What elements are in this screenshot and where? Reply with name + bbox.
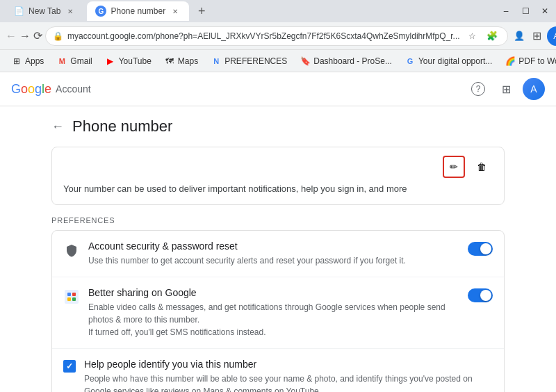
new-tab-close[interactable]: ✕ bbox=[65, 6, 76, 17]
bookmark-gmail[interactable]: M Gmail bbox=[51, 53, 97, 70]
better-sharing-toggle-control[interactable] bbox=[468, 288, 493, 302]
profile-initial: A bbox=[553, 31, 556, 41]
account-security-content: Account security & password reset Use th… bbox=[88, 240, 459, 267]
apps-bookmark-icon: ⊞ bbox=[11, 56, 22, 67]
google-letter-g2: g bbox=[35, 82, 42, 96]
edit-phone-button[interactable]: ✏ bbox=[443, 156, 465, 178]
phone-tab-favicon: G bbox=[95, 6, 106, 17]
account-security-toggle-control[interactable] bbox=[468, 242, 493, 256]
title-bar: 📄 New Tab ✕ G Phone number ✕ + – ☐ ✕ bbox=[0, 0, 556, 22]
bookmark-star-icon[interactable]: ☆ bbox=[464, 28, 481, 44]
preferences-list: Account security & password reset Use th… bbox=[51, 230, 505, 393]
forward-button[interactable]: → bbox=[19, 26, 31, 46]
new-tab-label: New Tab bbox=[28, 6, 60, 16]
page-title-row: ← Phone number bbox=[51, 117, 505, 136]
nav-right: 👤 ⊞ A ⋮ bbox=[511, 26, 556, 46]
maps-icon: 🗺 bbox=[164, 56, 175, 67]
news-icon: N bbox=[211, 56, 222, 67]
svg-rect-2 bbox=[67, 297, 71, 301]
toggle-thumb bbox=[480, 243, 491, 254]
svg-rect-3 bbox=[72, 297, 76, 301]
apps-grid-button[interactable]: ⊞ bbox=[495, 78, 517, 100]
bookmark-news-label: PREFERENCES bbox=[224, 56, 287, 66]
google-account-header: Google Account ? ⊞ A bbox=[0, 72, 556, 106]
gmail-icon: M bbox=[56, 56, 67, 67]
toggle-thumb-sharing bbox=[480, 290, 491, 301]
account-security-desc: Use this number to get account security … bbox=[88, 254, 459, 267]
shield-svg bbox=[65, 243, 79, 257]
google-letter-e: e bbox=[44, 82, 51, 96]
bookmark-news[interactable]: N PREFERENCES bbox=[205, 53, 293, 70]
address-text: myaccount.google.com/phone?ph=AElUL_JRXk… bbox=[67, 31, 460, 41]
youtube-icon: ▶ bbox=[105, 56, 116, 67]
account-icon[interactable]: 👤 bbox=[511, 28, 528, 44]
new-tab-tab[interactable]: 📄 New Tab ✕ bbox=[6, 1, 84, 21]
help-icon: ? bbox=[471, 82, 485, 96]
phone-tab-close[interactable]: ✕ bbox=[170, 6, 181, 17]
google-wordmark: Google bbox=[11, 82, 51, 97]
tabs-container: 📄 New Tab ✕ G Phone number ✕ + bbox=[6, 1, 211, 21]
user-avatar[interactable]: A bbox=[523, 78, 545, 100]
bookmark-pdf[interactable]: 🌈 PDF to Word Conve... bbox=[499, 53, 556, 70]
bookmark-digital[interactable]: G Your digital opport... bbox=[399, 53, 498, 70]
better-sharing-title: Better sharing on Google bbox=[88, 287, 459, 298]
new-tab-button[interactable]: + bbox=[192, 1, 211, 21]
help-identify-checkbox[interactable]: ✓ bbox=[63, 360, 76, 373]
bookmark-digital-label: Your digital opport... bbox=[418, 56, 492, 66]
help-button[interactable]: ? bbox=[467, 78, 489, 100]
new-tab-icon: 📄 bbox=[14, 6, 24, 16]
delete-phone-button[interactable]: 🗑 bbox=[471, 156, 493, 178]
better-sharing-toggle[interactable] bbox=[468, 288, 493, 302]
account-security-title: Account security & password reset bbox=[88, 240, 459, 252]
digital-icon: G bbox=[404, 56, 416, 67]
google-letter-o1: o bbox=[21, 82, 28, 96]
checkmark-icon: ✓ bbox=[66, 361, 73, 371]
main-content: ← Phone number ✏ 🗑 Your number can be us… bbox=[35, 106, 521, 392]
sharing-svg bbox=[67, 292, 76, 302]
bookmark-youtube-label: YouTube bbox=[119, 56, 152, 66]
reload-button[interactable]: ⟳ bbox=[33, 26, 42, 46]
extensions-btn[interactable]: ⊞ bbox=[529, 28, 546, 44]
header-icons: ? ⊞ A bbox=[467, 78, 545, 100]
google-letter-g: G bbox=[11, 82, 21, 96]
bookmark-apps[interactable]: ⊞ Apps bbox=[6, 53, 49, 70]
back-arrow-icon: ← bbox=[51, 120, 64, 134]
phone-tab-label: Phone number bbox=[111, 6, 165, 16]
close-button[interactable]: ✕ bbox=[539, 6, 550, 17]
bookmark-youtube[interactable]: ▶ YouTube bbox=[99, 53, 157, 70]
help-identify-content: Help people identify you via this number… bbox=[84, 359, 493, 393]
minimize-button[interactable]: – bbox=[500, 6, 512, 17]
profile-avatar[interactable]: A bbox=[547, 26, 556, 46]
pref-better-sharing: Better sharing on Google Enable video ca… bbox=[52, 277, 504, 349]
address-bar[interactable]: 🔒 myaccount.google.com/phone?ph=AElUL_JR… bbox=[45, 26, 508, 46]
bookmark-dashboard[interactable]: 🔖 Dashboard - ProSe... bbox=[294, 53, 398, 70]
bookmark-gmail-label: Gmail bbox=[70, 56, 92, 66]
phone-description: Your number can be used to deliver impor… bbox=[63, 182, 493, 196]
preferences-section-label: PREFERENCES bbox=[51, 216, 505, 224]
bookmark-apps-label: Apps bbox=[25, 56, 44, 66]
lock-icon: 🔒 bbox=[53, 31, 63, 41]
extension-icon[interactable]: 🧩 bbox=[484, 28, 500, 44]
pref-help-identify: ✓ Help people identify you via this numb… bbox=[52, 349, 504, 393]
shield-icon bbox=[63, 242, 80, 259]
back-navigation-button[interactable]: ← bbox=[51, 120, 64, 134]
apps-grid-icon: ⊞ bbox=[502, 83, 511, 96]
pdf-icon: 🌈 bbox=[505, 56, 516, 67]
google-logo: Google Account bbox=[11, 82, 91, 97]
phone-number-tab[interactable]: G Phone number ✕ bbox=[87, 1, 189, 21]
bookmark-dashboard-label: Dashboard - ProSe... bbox=[313, 56, 392, 66]
bookmark-pdf-label: PDF to Word Conve... bbox=[518, 56, 556, 66]
back-button[interactable]: ← bbox=[6, 26, 17, 46]
sharing-icon-bg bbox=[65, 290, 79, 304]
page-content: Google Account ? ⊞ A ← Phone number bbox=[0, 72, 556, 392]
phone-number-section: ✏ 🗑 Your number can be used to deliver i… bbox=[51, 147, 505, 205]
address-bar-icons: ☆ 🧩 bbox=[464, 28, 500, 44]
account-text: Account bbox=[56, 83, 91, 95]
window-controls: – ☐ ✕ bbox=[500, 6, 550, 17]
svg-rect-0 bbox=[67, 293, 71, 296]
phone-action-buttons: ✏ 🗑 bbox=[63, 156, 493, 178]
account-security-toggle[interactable] bbox=[468, 242, 493, 256]
maximize-button[interactable]: ☐ bbox=[520, 6, 531, 17]
delete-icon: 🗑 bbox=[477, 161, 486, 172]
bookmark-maps[interactable]: 🗺 Maps bbox=[158, 53, 204, 70]
